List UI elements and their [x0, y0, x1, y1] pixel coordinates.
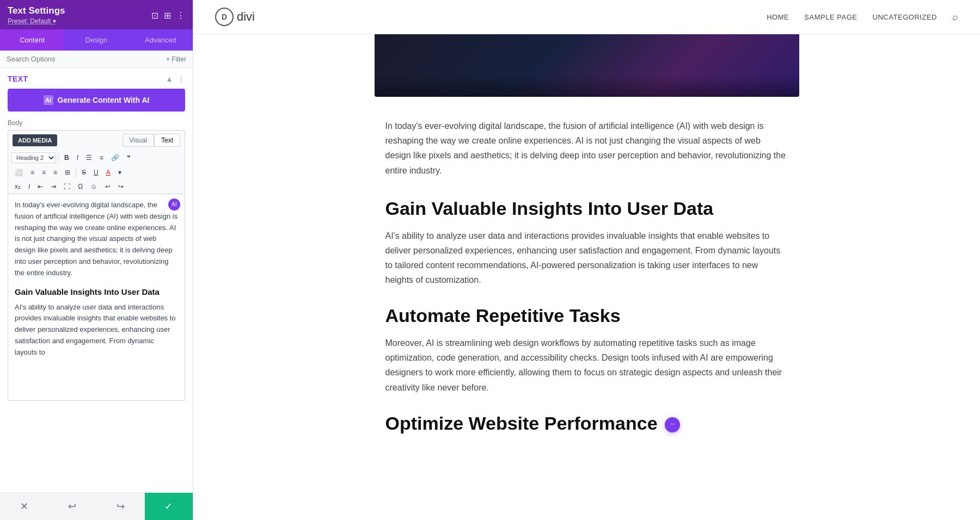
tab-text[interactable]: Text [154, 134, 180, 147]
fullscreen-icon[interactable]: ⊡ [151, 10, 158, 21]
panel-preset[interactable]: Preset: Default ▾ [8, 17, 65, 25]
ai-icon: AI [44, 95, 53, 105]
unordered-list-button[interactable]: ☰ [83, 153, 95, 163]
align-right-button[interactable]: ≡ [39, 168, 49, 177]
emoji-button[interactable]: ☺ [87, 182, 100, 191]
section-insights-text: AI's ability to analyze user data and in… [385, 228, 788, 288]
hero-image [375, 34, 799, 97]
nav-uncategorized[interactable]: UNCATEGORIZED [873, 13, 937, 21]
nav-home[interactable]: HOME [767, 13, 789, 21]
ordered-list-button[interactable]: ≡ [96, 153, 107, 163]
view-tabs: Visual Text [122, 134, 180, 147]
separator-2 [76, 168, 76, 177]
panel-header-icons: ⊡ ⊞ ⋮ [151, 10, 185, 21]
separator [58, 153, 59, 162]
ai-generate-button[interactable]: AI Generate Content With AI [8, 89, 185, 112]
editor-paragraph-1: In today's ever-evolving digital landsca… [15, 200, 178, 279]
formatting-bar-1: Heading 1 Heading 2 Heading 3 Paragraph … [8, 150, 185, 165]
panel-header: Text Settings Preset: Default ▾ ⊡ ⊞ ⋮ [0, 0, 193, 29]
subscript-button[interactable]: x₂ [11, 182, 24, 191]
italic2-button[interactable]: I [25, 182, 33, 191]
ai-button-label: Generate Content With AI [58, 96, 150, 104]
section-automate-text: Moreover, AI is streamlining web design … [385, 336, 788, 395]
undo-button[interactable]: ↩ [102, 182, 114, 191]
search-input[interactable] [7, 55, 166, 63]
align-center-button[interactable]: ≡ [27, 168, 38, 177]
body-label: Body [8, 119, 185, 127]
formatting-bar-2: ⬜ ≡ ≡ ≡ ⊞ S U A ▾ [8, 165, 185, 179]
special-chars-button[interactable]: Ω [75, 182, 86, 191]
layout-icon[interactable]: ⊞ [164, 10, 171, 21]
add-media-button[interactable]: ADD MEDIA [13, 134, 57, 146]
quote-button[interactable]: ❝ [124, 153, 133, 163]
confirm-button[interactable]: ✓ [145, 493, 193, 520]
section-title: Text [8, 75, 28, 83]
fullscreen-editor-button[interactable]: ⛶ [60, 182, 74, 191]
indent-button[interactable]: ⇥ [47, 182, 59, 191]
collapse-icon[interactable]: ▲ [166, 75, 173, 83]
section-insights: Gain Valuable Insights Into User Data AI… [385, 197, 788, 288]
left-panel: Text Settings Preset: Default ▾ ⊡ ⊞ ⋮ Co… [0, 0, 193, 520]
redo-history-button[interactable]: ↪ [96, 493, 145, 520]
editor-paragraph-2: AI's ability to analyze user data and in… [15, 302, 178, 358]
undo-history-button[interactable]: ↩ [48, 493, 97, 520]
panel-search-bar: + Filter [0, 51, 193, 68]
heading-select[interactable]: Heading 1 Heading 2 Heading 3 Paragraph [11, 152, 56, 163]
tab-visual[interactable]: Visual [122, 134, 154, 147]
panel-bottom-bar: ✕ ↩ ↪ ✓ [0, 492, 193, 520]
tab-advanced[interactable]: Advanced [128, 29, 193, 51]
ai-cursor-indicator: AI [168, 199, 180, 211]
logo-text: divi [237, 10, 255, 24]
panel-section-text: Text ▲ ⋮ AI Generate Content With AI Bod… [0, 68, 193, 492]
panel-tabs: Content Design Advanced [0, 29, 193, 51]
section-insights-heading: Gain Valuable Insights Into User Data [385, 197, 788, 220]
formatting-bar-3: x₂ I ⇤ ⇥ ⛶ Ω ☺ ↩ ↪ [8, 179, 185, 194]
site-logo: D divi [215, 8, 255, 26]
align-justify-button[interactable]: ≡ [50, 168, 60, 177]
tab-content[interactable]: Content [0, 29, 64, 51]
optimize-text: Optimize Website Performance [385, 413, 658, 434]
section-optimize-heading: Optimize Website Performance ··· [385, 413, 681, 434]
align-left-button[interactable]: ⬜ [11, 168, 26, 177]
bold-button[interactable]: B [61, 153, 72, 163]
section-controls: ▲ ⋮ [166, 75, 185, 83]
table-button[interactable]: ⊞ [62, 168, 74, 177]
logo-circle: D [215, 8, 234, 26]
editor-heading-1: Gain Valuable Insights Into User Data [15, 286, 178, 299]
section-header: Text ▲ ⋮ [8, 75, 185, 83]
nav-links: HOME SAMPLE PAGE UNCATEGORIZED ⌕ [767, 11, 958, 23]
section-optimize: Optimize Website Performance ··· [385, 412, 788, 435]
text-color-dropdown[interactable]: ▾ [115, 168, 125, 177]
link-button[interactable]: 🔗 [108, 153, 122, 163]
underline-button[interactable]: U [90, 168, 102, 177]
filter-button[interactable]: + Filter [166, 55, 186, 63]
section-automate: Automate Repetitive Tasks Moreover, AI i… [385, 305, 788, 395]
redo-button[interactable]: ↪ [115, 182, 127, 191]
more-icon[interactable]: ⋮ [176, 10, 185, 21]
editor-content[interactable]: AI In today's ever-evolving digital land… [8, 194, 185, 401]
section-menu-icon[interactable]: ⋮ [177, 75, 185, 83]
cancel-button[interactable]: ✕ [0, 493, 48, 520]
editor-toolbar-top: ADD MEDIA Visual Text [8, 130, 185, 150]
text-color-button[interactable]: A [103, 168, 114, 177]
right-panel: D divi HOME SAMPLE PAGE UNCATEGORIZED ⌕ … [193, 0, 980, 520]
strikethrough-button[interactable]: S [78, 168, 89, 177]
panel-title: Text Settings [8, 5, 65, 16]
outdent-button[interactable]: ⇤ [34, 182, 46, 191]
italic-button[interactable]: I [74, 153, 82, 163]
main-content: In today's ever-evolving digital landsca… [375, 97, 799, 474]
nav-search-icon[interactable]: ⌕ [952, 11, 958, 23]
ai-bubble-indicator: ··· [665, 417, 680, 432]
intro-paragraph: In today's ever-evolving digital landsca… [385, 119, 788, 178]
site-nav: D divi HOME SAMPLE PAGE UNCATEGORIZED ⌕ [193, 0, 980, 34]
section-automate-heading: Automate Repetitive Tasks [385, 305, 788, 327]
tab-design[interactable]: Design [64, 29, 128, 51]
nav-sample[interactable]: SAMPLE PAGE [804, 13, 857, 21]
